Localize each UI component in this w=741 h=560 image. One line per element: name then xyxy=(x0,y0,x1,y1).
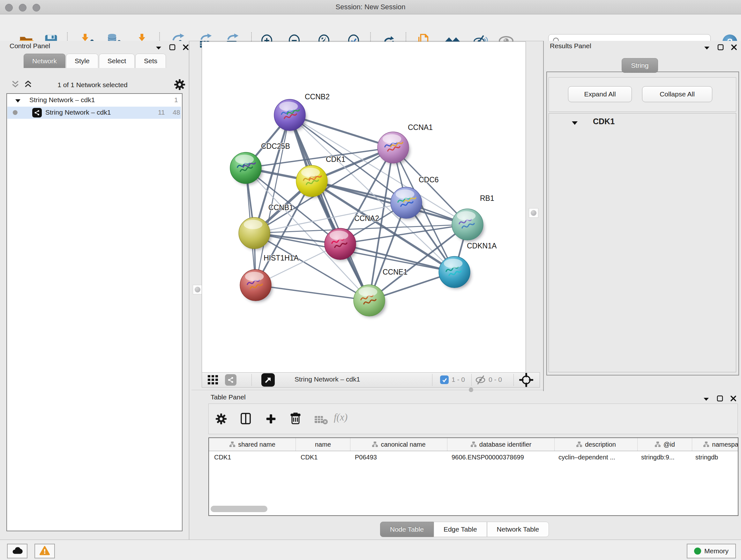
grid-view-icon[interactable] xyxy=(208,375,219,386)
node-CDK1[interactable] xyxy=(296,165,329,198)
hidden-eye-slash-icon[interactable] xyxy=(475,375,487,386)
tab-node-table[interactable]: Node Table xyxy=(380,522,434,537)
column-header-namespace[interactable]: namespace xyxy=(692,438,738,451)
close-panel-icon[interactable] xyxy=(183,44,189,52)
left-splitter-collapse-handle[interactable] xyxy=(193,285,202,294)
node-CCNA2[interactable] xyxy=(325,228,357,261)
column-header-canonical-name[interactable]: canonical name xyxy=(350,438,448,451)
column-header-name[interactable]: name xyxy=(296,438,350,451)
selected-checkbox-icon[interactable] xyxy=(440,375,449,384)
network-tree xyxy=(6,93,183,531)
float-window-icon[interactable] xyxy=(718,44,724,52)
node-label-CCNB1: CCNB1 xyxy=(268,203,293,212)
tab-string[interactable]: String xyxy=(622,58,658,73)
table-cell[interactable]: CDK1 xyxy=(209,454,295,461)
detach-view-button[interactable] xyxy=(261,373,275,387)
table-cell[interactable]: stringdb:9... xyxy=(636,454,690,461)
float-window-icon[interactable] xyxy=(169,44,176,52)
column-header-shared-name[interactable]: shared name xyxy=(209,438,296,451)
network-options-gear-icon[interactable] xyxy=(174,78,186,92)
network-canvas[interactable]: CCNB2CCNA1CDC25BCDK1CDC6RB1CCNB1CCNA2CDK… xyxy=(202,42,526,373)
table-cell[interactable]: 9606.ENSP00000378699 xyxy=(447,454,553,461)
node-CDKN1A[interactable] xyxy=(439,256,471,289)
status-bar: Memory xyxy=(0,540,741,560)
node-CCNE1[interactable] xyxy=(354,285,386,317)
table-row[interactable]: CDK1CDK1P064939606.ENSP00000378699cyclin… xyxy=(209,451,738,463)
tab-select[interactable]: Select xyxy=(99,54,135,68)
float-window-icon[interactable] xyxy=(717,395,723,403)
tree-expand-caret-icon[interactable] xyxy=(15,98,21,105)
node-CDC25B[interactable] xyxy=(230,152,263,185)
hidden-count: 0 - 0 xyxy=(488,376,502,383)
tab-edge-table[interactable]: Edge Table xyxy=(434,522,487,537)
network-edge-count: 48 xyxy=(173,109,180,116)
warning-status-button[interactable] xyxy=(35,544,55,558)
network-view-share-icon[interactable] xyxy=(225,374,237,386)
show-columns-icon[interactable] xyxy=(239,412,252,427)
column-header-database-identifier[interactable]: database identifier xyxy=(448,438,555,451)
node-label-CDC25B: CDC25B xyxy=(261,142,290,150)
main-toolbar: ? xyxy=(0,14,741,41)
node-table[interactable]: shared namenamecanonical namedatabase id… xyxy=(208,437,738,516)
tab-network-table[interactable]: Network Table xyxy=(487,522,549,537)
node-CCNA1[interactable] xyxy=(378,132,410,165)
table-body: CDK1CDK1P064939606.ENSP00000378699cyclin… xyxy=(209,451,738,463)
column-header-description[interactable]: description xyxy=(555,438,637,451)
table-cell[interactable]: cyclin–dependent ... xyxy=(553,454,636,461)
edge-HIST1H1A-CCNE1[interactable] xyxy=(256,285,369,300)
expand-all-tree-icon[interactable] xyxy=(23,80,32,90)
expand-all-button[interactable]: Expand All xyxy=(568,86,632,102)
results-panel-title: Results Panel xyxy=(550,42,591,50)
table-panel-title: Table Panel xyxy=(211,393,246,401)
add-column-icon[interactable] xyxy=(265,413,277,427)
close-panel-icon[interactable] xyxy=(730,395,737,403)
float-menu-icon[interactable] xyxy=(703,44,711,52)
window-title: Session: New Session xyxy=(0,0,741,14)
node-label-HIST1H1A: HIST1H1A xyxy=(264,254,299,262)
node-RB1[interactable] xyxy=(452,209,484,241)
string-network-graph[interactable]: CCNB2CCNA1CDC25BCDK1CDC6RB1CCNB1CCNA2CDK… xyxy=(202,42,526,373)
tab-style[interactable]: Style xyxy=(66,54,98,68)
network-item-label[interactable]: String Network – cdk1 xyxy=(45,109,111,116)
results-panel-window-controls xyxy=(703,44,737,52)
cloud-status-button[interactable] xyxy=(7,544,27,558)
tab-sets[interactable]: Sets xyxy=(135,54,166,68)
table-header-row: shared namenamecanonical namedatabase id… xyxy=(209,438,738,451)
toolbar-separator xyxy=(514,374,514,386)
node-CDC6[interactable] xyxy=(391,187,423,220)
edge-CCNB2-CCNE1[interactable] xyxy=(290,115,369,300)
birds-eye-view-icon[interactable] xyxy=(519,373,533,388)
memory-status-button[interactable]: Memory xyxy=(687,544,736,558)
selected-count: 1 - 0 xyxy=(452,376,465,383)
node-HIST1H1A[interactable] xyxy=(240,269,273,302)
collapse-card-caret-icon[interactable] xyxy=(571,119,578,127)
close-panel-icon[interactable] xyxy=(731,44,737,52)
table-cell[interactable]: CDK1 xyxy=(295,454,350,461)
splitter-dot-icon xyxy=(531,210,536,216)
float-menu-icon[interactable] xyxy=(703,395,710,403)
collapse-all-tree-icon[interactable] xyxy=(11,80,20,90)
tab-network[interactable]: Network xyxy=(23,54,65,68)
node-label-CCNA2: CCNA2 xyxy=(354,214,379,223)
network-collection-label[interactable]: String Network – cdk1 xyxy=(29,96,95,104)
float-menu-icon[interactable] xyxy=(155,44,162,52)
string-network-icon xyxy=(32,108,42,118)
edge-CDK1-RB1[interactable] xyxy=(312,181,468,225)
warning-triangle-icon xyxy=(39,546,50,557)
node-label-CCNA1: CCNA1 xyxy=(408,123,433,132)
network-selection-summary: 1 of 1 Network selected xyxy=(38,81,147,89)
memory-ok-dot-icon xyxy=(694,548,701,555)
delete-column-trash-icon[interactable] xyxy=(289,412,302,427)
right-splitter-collapse-handle[interactable] xyxy=(529,208,538,218)
column-header--id[interactable]: @id xyxy=(637,438,692,451)
node-label-CDC6: CDC6 xyxy=(419,176,439,184)
collapse-all-button[interactable]: Collapse All xyxy=(642,86,712,102)
splitter-dot-icon xyxy=(195,287,200,293)
table-settings-gear-icon[interactable] xyxy=(215,413,227,427)
table-cell[interactable]: stringdb xyxy=(690,454,738,461)
table-toolbar: f(x) xyxy=(208,403,738,434)
horizontal-scrollbar[interactable] xyxy=(211,506,267,512)
table-cell[interactable]: P06493 xyxy=(350,454,447,461)
table-panel-tabs: Node TableEdge TableNetwork Table xyxy=(380,522,549,537)
toolbar-separator xyxy=(432,374,432,386)
